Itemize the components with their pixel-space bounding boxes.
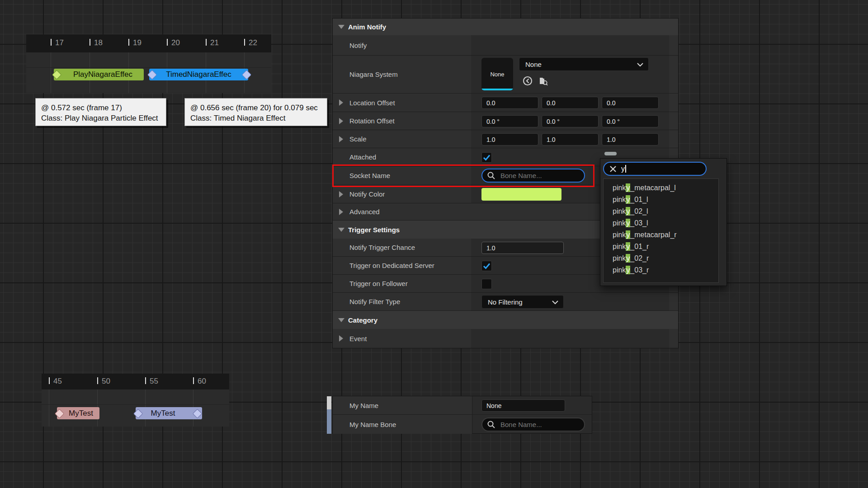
bone-list-item[interactable]: pinky_01_r bbox=[604, 241, 718, 253]
notify-duration-handle-icon[interactable] bbox=[193, 409, 202, 418]
notify-label: PlayNiagaraEffec bbox=[73, 70, 132, 79]
tooltip-class: Class: Timed Niagara Effect bbox=[190, 113, 321, 123]
notify-label: MyTest bbox=[151, 409, 175, 418]
browse-asset-button[interactable] bbox=[538, 75, 549, 86]
match-highlight: y bbox=[626, 207, 630, 216]
frame-label: 60 bbox=[198, 377, 206, 386]
bone-list[interactable]: pinky_metacarpal_l pinky_01_l pinky_02_l… bbox=[603, 178, 719, 283]
chevron-down-icon bbox=[637, 62, 644, 67]
match-highlight: y bbox=[626, 242, 630, 251]
frame-tick bbox=[193, 377, 194, 384]
bone-search-field[interactable]: y bbox=[603, 162, 707, 176]
bone-list-item[interactable]: pinky_metacarpal_r bbox=[604, 229, 718, 241]
anim-graph-canvas[interactable]: 17 18 19 20 21 22 PlayNiagaraEffec Timed… bbox=[0, 0, 868, 488]
asset-thumbnail[interactable]: None bbox=[481, 58, 513, 90]
frame-tick bbox=[51, 39, 52, 46]
property-label: Niagara System bbox=[349, 70, 398, 78]
search-icon bbox=[487, 420, 496, 429]
notify-tooltip: @ 0.656 sec (frame 20) for 0.079 sec Cla… bbox=[184, 98, 327, 126]
match-highlight: y bbox=[626, 230, 630, 239]
match-highlight: y bbox=[626, 266, 630, 274]
bone-list-item[interactable]: pinky_02_l bbox=[604, 206, 718, 217]
notify-filter-combobox[interactable]: No Filtering bbox=[481, 295, 564, 309]
notify-handle-icon[interactable] bbox=[147, 70, 157, 80]
collapse-arrow-icon[interactable] bbox=[338, 228, 344, 232]
frame-label: 50 bbox=[102, 377, 110, 386]
socket-name-search[interactable] bbox=[481, 169, 585, 183]
property-label: Notify Color bbox=[349, 190, 385, 198]
expander-icon[interactable] bbox=[339, 118, 343, 124]
bone-search-text[interactable]: y bbox=[621, 165, 625, 173]
property-label: Socket Name bbox=[349, 172, 390, 179]
notify-timeline-bottom[interactable]: 45 50 55 60 MyTest MyTest bbox=[42, 374, 229, 427]
text-cursor bbox=[625, 165, 626, 173]
frame-gridline bbox=[49, 389, 49, 427]
dedicated-server-checkbox[interactable] bbox=[481, 261, 492, 271]
rotation-pitch-field[interactable]: 0.0 ° bbox=[542, 115, 599, 127]
trigger-chance-field[interactable]: 1.0 bbox=[481, 242, 564, 254]
notify-label: MyTest bbox=[69, 409, 93, 418]
location-z-field[interactable]: 0.0 bbox=[602, 97, 659, 109]
combo-value: No Filtering bbox=[488, 298, 523, 306]
bone-list-item[interactable]: pinky_03_l bbox=[604, 217, 718, 229]
track-divider bbox=[26, 67, 271, 68]
expander-icon[interactable] bbox=[339, 191, 343, 197]
combo-value: None bbox=[525, 61, 542, 68]
expander-icon[interactable] bbox=[339, 335, 343, 342]
scale-x-field[interactable]: 1.0 bbox=[481, 133, 538, 145]
clear-search-icon[interactable] bbox=[609, 165, 617, 173]
frame-label: 18 bbox=[94, 38, 103, 47]
expander-icon[interactable] bbox=[339, 209, 343, 215]
frame-gridline bbox=[51, 52, 51, 93]
niagara-asset-combobox[interactable]: None bbox=[519, 57, 649, 71]
socket-name-input[interactable] bbox=[500, 171, 569, 180]
attached-checkbox[interactable] bbox=[481, 152, 492, 163]
bone-list-item[interactable]: pinky_02_r bbox=[604, 253, 718, 264]
notify-mytest-2[interactable]: MyTest bbox=[136, 407, 202, 419]
row-rotation-offset: Rotation Offset 0.0 ° 0.0 ° 0.0 ° bbox=[333, 112, 678, 130]
notify-color-swatch[interactable] bbox=[481, 188, 561, 201]
location-y-field[interactable]: 0.0 bbox=[542, 97, 599, 109]
match-highlight: y bbox=[626, 183, 630, 192]
rotation-yaw-field[interactable]: 0.0 ° bbox=[602, 115, 659, 127]
property-label: Event bbox=[349, 335, 367, 343]
notify-timed-niagara[interactable]: TimedNiagaraEffec bbox=[149, 69, 248, 80]
frame-label: 21 bbox=[210, 38, 219, 47]
search-icon bbox=[487, 171, 496, 180]
property-label: My Name bbox=[349, 402, 378, 409]
match-highlight: y bbox=[626, 195, 630, 204]
my-name-bone-search[interactable] bbox=[481, 418, 585, 432]
bone-list-item[interactable]: pinky_metacarpal_l bbox=[604, 182, 718, 194]
notify-play-niagara[interactable]: PlayNiagaraEffec bbox=[54, 69, 144, 80]
frame-label: 19 bbox=[133, 38, 142, 47]
frame-label: 17 bbox=[55, 38, 64, 47]
expander-icon[interactable] bbox=[339, 136, 343, 142]
match-highlight: y bbox=[626, 254, 630, 263]
my-name-field[interactable]: None bbox=[481, 399, 565, 412]
rotation-roll-field[interactable]: 0.0 ° bbox=[481, 115, 538, 127]
bone-list-item[interactable]: pinky_01_l bbox=[604, 194, 718, 206]
collapse-arrow-icon[interactable] bbox=[338, 318, 344, 322]
trigger-follower-checkbox[interactable] bbox=[481, 279, 492, 289]
notify-mytest-1[interactable]: MyTest bbox=[57, 407, 99, 419]
notify-timeline-top[interactable]: 17 18 19 20 21 22 PlayNiagaraEffec Timed… bbox=[26, 34, 271, 93]
row-scale: Scale 1.0 1.0 1.0 bbox=[333, 130, 678, 148]
scale-z-field[interactable]: 1.0 bbox=[602, 133, 659, 145]
tooltip-timing: @ 0.656 sec (frame 20) for 0.079 sec bbox=[190, 103, 321, 113]
property-label: Scale bbox=[349, 135, 367, 143]
frame-label: 55 bbox=[150, 377, 158, 386]
property-label: Advanced bbox=[349, 208, 380, 216]
section-anim-notify[interactable]: Anim Notify bbox=[333, 19, 678, 36]
section-category[interactable]: Category bbox=[333, 311, 678, 329]
bone-picker-dropdown: y pinky_metacarpal_l pinky_01_l pinky_02… bbox=[600, 158, 727, 286]
frame-label: 22 bbox=[249, 38, 257, 47]
scale-y-field[interactable]: 1.0 bbox=[542, 133, 599, 145]
notify-handle-icon[interactable] bbox=[52, 70, 61, 80]
property-label: Rotation Offset bbox=[349, 117, 395, 125]
expander-icon[interactable] bbox=[339, 99, 343, 106]
bone-list-item[interactable]: pinky_03_r bbox=[604, 264, 718, 276]
collapse-arrow-icon[interactable] bbox=[338, 25, 344, 29]
use-selected-asset-button[interactable] bbox=[522, 75, 533, 86]
my-name-bone-input[interactable] bbox=[500, 420, 569, 429]
location-x-field[interactable]: 0.0 bbox=[481, 97, 538, 109]
